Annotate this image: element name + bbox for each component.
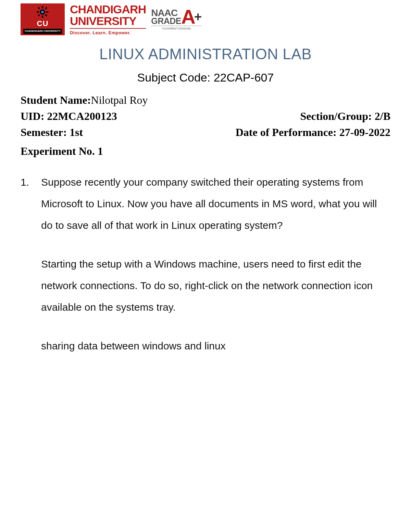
- svg-rect-7: [45, 14, 48, 16]
- uid-block: UID: 22MCA200123: [21, 110, 117, 123]
- subject-code-value: 22CAP-607: [214, 71, 274, 84]
- date-value: 27-09-2022: [339, 126, 390, 138]
- svg-rect-2: [42, 6, 43, 9]
- section-value: 2/B: [375, 110, 390, 122]
- question-number: 1.: [21, 171, 41, 357]
- date-label: Date of Performance:: [236, 126, 339, 138]
- semester-value: 1st: [70, 126, 83, 138]
- uid-value: 22MCA200123: [47, 110, 117, 122]
- naac-grade: A +: [181, 9, 202, 25]
- question-answer: Starting the setup with a Windows machin…: [41, 253, 390, 318]
- semester-date-row: Semester: 1st Date of Performance: 27-09…: [21, 126, 390, 139]
- naac-block: NAAC GRADE A + Accredited University: [151, 9, 202, 30]
- university-name-line2: UNIVERSITY: [70, 15, 146, 27]
- svg-rect-4: [37, 11, 39, 13]
- university-name-block: CHANDIGARH UNIVERSITY Discover. Learn. E…: [70, 3, 146, 35]
- question-block: 1. Suppose recently your company switche…: [21, 171, 390, 357]
- page-title: LINUX ADMINISTRATION LAB: [21, 46, 390, 63]
- svg-point-1: [41, 11, 44, 13]
- gear-icon: [36, 5, 49, 18]
- naac-line2: GRADE: [151, 17, 181, 25]
- question-content: Suppose recently your company switched t…: [41, 171, 390, 357]
- svg-rect-3: [42, 16, 43, 18]
- header-logos: CU CHANDIGARH UNIVERSITY CHANDIGARH UNIV…: [21, 3, 390, 35]
- section-block: Section/Group: 2/B: [300, 110, 390, 123]
- svg-rect-6: [38, 7, 40, 9]
- student-name-label: Student Name:: [21, 94, 91, 107]
- student-name-line: Student Name: Nilotpal Roy: [21, 94, 390, 107]
- question-text: Suppose recently your company switched t…: [41, 171, 390, 236]
- naac-grade-letter: A: [181, 9, 196, 25]
- student-name-value: Nilotpal Roy: [91, 94, 148, 107]
- cu-badge-subtext: CHANDIGARH UNIVERSITY: [23, 29, 62, 34]
- semester-block: Semester: 1st: [21, 126, 83, 139]
- naac-text: NAAC GRADE: [151, 9, 181, 25]
- svg-rect-5: [46, 11, 49, 13]
- university-tagline: Discover. Learn. Empower.: [70, 28, 146, 35]
- subject-code-label: Subject Code:: [137, 71, 214, 84]
- cu-badge-text: CU: [37, 19, 49, 28]
- subject-code-line: Subject Code: 22CAP-607: [21, 71, 390, 84]
- semester-label: Semester:: [21, 126, 70, 138]
- uid-section-row: UID: 22MCA200123 Section/Group: 2/B: [21, 110, 390, 123]
- naac-plus: +: [194, 12, 202, 22]
- svg-rect-8: [45, 7, 48, 9]
- cu-logo-badge: CU CHANDIGARH UNIVERSITY: [21, 3, 65, 35]
- university-name-line1: CHANDIGARH: [70, 3, 146, 15]
- svg-rect-9: [38, 14, 40, 16]
- document-page: CU CHANDIGARH UNIVERSITY CHANDIGARH UNIV…: [0, 0, 411, 377]
- experiment-heading: Experiment No. 1: [21, 145, 390, 158]
- question-subheading: sharing data between windows and linux: [41, 335, 390, 357]
- naac-top-row: NAAC GRADE A +: [151, 9, 202, 25]
- uid-label: UID:: [21, 110, 47, 122]
- section-label: Section/Group:: [300, 110, 375, 122]
- date-block: Date of Performance: 27-09-2022: [236, 126, 390, 139]
